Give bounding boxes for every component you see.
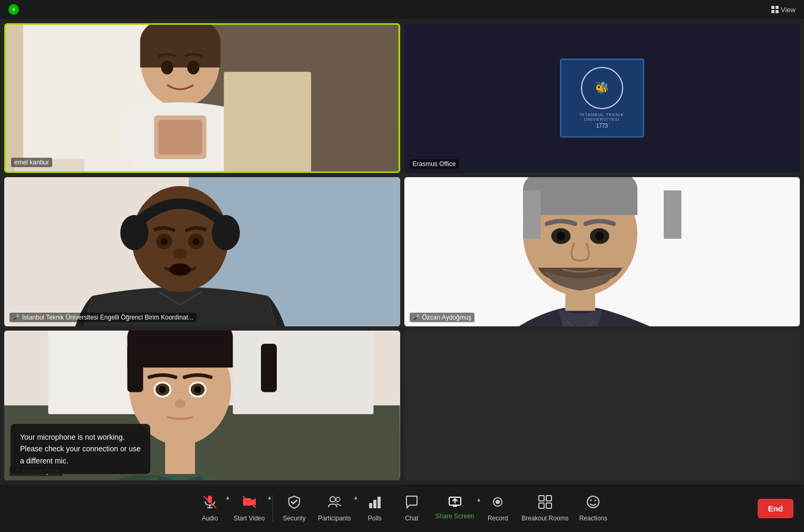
video-tile-empty: [404, 331, 800, 480]
svg-rect-75: [539, 503, 544, 508]
chat-label: Chat: [405, 515, 418, 522]
ozcan-video-bg: [404, 177, 800, 327]
breakout-icon: [538, 495, 553, 512]
video-label: Start Video: [234, 515, 265, 522]
svg-rect-65: [369, 503, 372, 508]
record-button[interactable]: Record: [479, 490, 516, 526]
share-screen-icon: [449, 497, 461, 510]
ozcan-label: 🎤 Özcan Aydoğmuş: [410, 313, 475, 322]
istanbul-name: İstanbul Teknik Üniversitesi Engelli Öğr…: [22, 314, 193, 321]
emel-name: emel kanbur: [14, 159, 49, 166]
svg-point-26: [170, 263, 191, 275]
svg-point-36: [556, 231, 565, 240]
security-icon: [287, 495, 302, 512]
emel-video-bg: [6, 25, 399, 171]
svg-rect-66: [373, 500, 376, 508]
svg-point-10: [187, 61, 199, 74]
participants-icon: 5: [327, 495, 342, 512]
security-button[interactable]: Security: [276, 490, 313, 526]
participants-count: 5: [334, 498, 337, 504]
svg-point-20: [212, 215, 240, 250]
emel-label: emel kanbur: [11, 158, 52, 167]
svg-rect-67: [377, 497, 381, 508]
svg-rect-74: [546, 496, 551, 501]
polls-label: Polls: [368, 515, 382, 522]
itu-emblem: 🐝: [581, 67, 623, 109]
svg-point-77: [587, 496, 599, 508]
record-icon: [490, 495, 505, 512]
zoom-logo: ●: [8, 4, 19, 15]
svg-rect-6: [140, 41, 220, 67]
itu-logo-box: 🐝 İSTANBUL TEKNİK ÜNİVERSİTESİ 1773: [560, 59, 644, 138]
sep1: [273, 495, 273, 521]
reactions-button[interactable]: Reactions: [574, 490, 613, 526]
itu-video-bg: 🐝 İSTANBUL TEKNİK ÜNİVERSİTESİ 1773: [404, 23, 800, 173]
mic-notification-line2: Please check your connection or use: [20, 444, 141, 453]
svg-rect-33: [663, 190, 681, 239]
svg-point-19: [120, 215, 148, 250]
breakout-label: Breakout Rooms: [521, 515, 568, 522]
polls-icon: [367, 495, 382, 512]
audio-label: Audio: [202, 515, 218, 522]
video-chevron[interactable]: ▲: [267, 495, 272, 500]
empty-tile-bg: [404, 331, 800, 480]
audio-icon: [202, 495, 217, 512]
svg-point-55: [175, 399, 186, 408]
mic-notification: Your microphone is not working. Please c…: [11, 424, 150, 474]
video-button[interactable]: Start Video ▲: [228, 490, 270, 526]
video-icon: [242, 495, 257, 512]
svg-point-37: [595, 231, 604, 240]
view-label: View: [781, 6, 796, 14]
erasmus-name: Erasmus Office: [413, 160, 456, 168]
video-tile-emel: emel kanbur: [4, 23, 400, 173]
share-screen-button[interactable]: Share Screen ▲: [430, 492, 479, 524]
mic-notification-line1: Your microphone is not working.: [20, 433, 125, 441]
chat-icon: [404, 495, 419, 512]
svg-point-72: [496, 500, 500, 504]
svg-point-9: [161, 61, 173, 74]
participants-button[interactable]: 5 Participants ▲: [313, 490, 356, 526]
svg-point-78: [590, 500, 592, 501]
svg-point-25: [173, 248, 187, 259]
svg-point-79: [595, 500, 596, 501]
mic-notification-line3: a different mic.: [20, 457, 69, 465]
svg-rect-8: [159, 120, 202, 154]
svg-rect-47: [127, 344, 143, 392]
svg-point-24: [192, 238, 199, 245]
polls-button[interactable]: Polls: [356, 490, 393, 526]
participants-label: Participants: [318, 515, 351, 522]
svg-rect-12: [224, 72, 311, 171]
record-label: Record: [488, 515, 508, 522]
view-button[interactable]: View: [771, 6, 796, 14]
svg-rect-42: [233, 331, 374, 414]
security-label: Security: [283, 515, 305, 522]
svg-rect-76: [546, 503, 551, 508]
istanbul-label: 🎤 İstanbul Teknik Üniversitesi Engelli Ö…: [9, 313, 197, 322]
svg-point-53: [159, 386, 166, 393]
end-label: End: [768, 504, 783, 513]
video-tile-ozcan: 🎤 Özcan Aydoğmuş: [404, 177, 800, 327]
svg-point-23: [161, 238, 168, 245]
top-bar: ● View: [0, 0, 804, 19]
video-tile-istanbul: 🎤 İstanbul Teknik Üniversitesi Engelli Ö…: [4, 177, 400, 327]
ozcan-name: Özcan Aydoğmuş: [422, 314, 472, 321]
ozcan-mic-icon: 🎤: [413, 314, 420, 321]
end-button[interactable]: End: [758, 499, 793, 518]
reactions-label: Reactions: [579, 515, 607, 522]
erasmus-label: Erasmus Office: [410, 159, 459, 169]
istanbul-video-bg: [4, 177, 400, 327]
svg-rect-48: [261, 344, 277, 392]
video-grid: emel kanbur 🐝 İSTANBUL TEKNİK ÜNİVERSİTE…: [0, 19, 804, 485]
audio-button[interactable]: Audio ▲: [191, 490, 228, 526]
svg-rect-73: [539, 496, 544, 501]
reactions-icon: [586, 495, 600, 512]
toolbar: Audio ▲ Start Video ▲ Security: [0, 485, 804, 532]
share-screen-label: Share Screen: [435, 512, 474, 520]
svg-rect-32: [523, 190, 540, 239]
view-grid-icon: [771, 6, 779, 13]
istanbul-mic-icon: 🎤: [13, 314, 20, 321]
video-tile-erasmus: 🐝 İSTANBUL TEKNİK ÜNİVERSİTESİ 1773 Eras…: [404, 23, 800, 173]
svg-point-54: [194, 386, 201, 393]
chat-button[interactable]: Chat: [393, 490, 430, 526]
breakout-button[interactable]: Breakout Rooms: [516, 490, 574, 526]
